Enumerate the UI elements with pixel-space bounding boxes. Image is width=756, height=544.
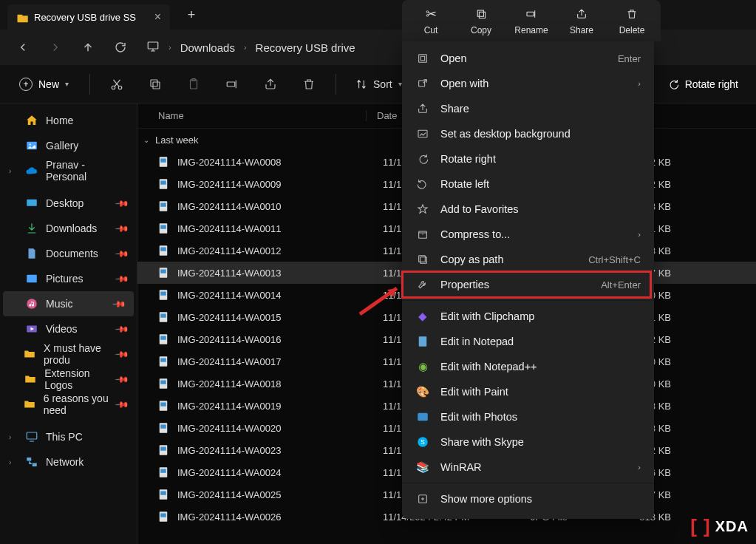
new-tab-button[interactable]: + [179,2,204,27]
ctx-copy-path[interactable]: Copy as pathCtrl+Shift+C [402,247,654,272]
forward-button[interactable] [41,33,69,61]
svg-rect-22 [160,203,166,207]
svg-text:S: S [420,439,425,446]
expand-chevron-icon[interactable]: › [9,167,18,175]
sidebar-item-onedrive[interactable]: › Pranav - Personal [0,158,137,183]
ctx-show-more[interactable]: Show more options [402,486,654,511]
chevron-right-icon: › [638,79,641,88]
cut-button[interactable] [102,69,132,99]
trash-icon [626,6,638,22]
copy-button[interactable] [140,69,170,99]
ctx-rename[interactable]: Rename [513,6,550,35]
clipchamp-icon: ◆ [415,309,430,324]
sidebar-item-home[interactable]: Home [0,108,137,133]
ctx-skype[interactable]: SShare with Skype [402,429,654,455]
sidebar-item-network[interactable]: › Network [0,449,137,475]
sidebar-item-videos[interactable]: Videos📌 [0,316,137,341]
open-icon [415,51,430,66]
image-file-icon [157,155,170,169]
ctx-notepadpp[interactable]: ◉Edit with Notepad++ [402,354,654,379]
sidebar-item-gallery[interactable]: Gallery [0,133,137,158]
chevron-right-icon: › [168,43,171,52]
ctx-cut[interactable]: ✂Cut [412,6,449,35]
ctx-add-favorites[interactable]: Add to Favorites [402,197,654,222]
ctx-delete[interactable]: Delete [613,6,650,35]
window-tab[interactable]: Recovery USB drive SS × [7,4,170,30]
file-name: IMG-20241114-WA0023 [177,445,383,456]
ctx-rotate-left[interactable]: Rotate left [402,171,654,197]
image-file-icon [157,377,170,390]
new-button[interactable]: + New ▾ [10,73,78,95]
ctx-paint[interactable]: 🎨Edit with Paint [402,379,654,404]
up-button[interactable] [74,33,102,61]
documents-icon [25,247,38,260]
photos-icon [415,409,430,424]
address-bar[interactable]: › Downloads › Recovery USB drive [146,40,355,55]
sidebar-item-desktop[interactable]: Desktop📌 [0,191,137,216]
image-file-icon [157,443,170,457]
breadcrumb-seg-downloads[interactable]: Downloads [180,41,235,54]
ctx-winrar[interactable]: 📚WinRAR› [402,455,654,480]
delete-button[interactable] [294,69,324,99]
sidebar-item-folder-xmust[interactable]: X must have produ📌 [0,341,137,367]
close-tab-icon[interactable]: × [154,10,161,24]
sidebar-item-folder-reasons[interactable]: 6 reasons you need📌 [0,392,137,417]
sort-button[interactable]: Sort ▾ [348,78,409,90]
sort-label: Sort [373,78,392,90]
ctx-clipchamp[interactable]: ◆Edit with Clipchamp [402,304,654,329]
col-name[interactable]: Name [137,110,367,121]
more-icon [415,492,430,506]
ctx-share-item[interactable]: Share [402,96,654,121]
sidebar-item-pictures[interactable]: Pictures📌 [0,266,137,291]
shortcut: Alt+Enter [601,279,641,290]
back-button[interactable] [9,33,37,61]
svg-rect-26 [160,248,166,251]
file-name: IMG-20241114-WA0024 [177,467,383,478]
expand-chevron-icon[interactable]: › [9,458,18,466]
ctx-share[interactable]: Share [563,6,600,35]
svg-rect-4 [151,80,157,86]
sidebar-item-this-pc[interactable]: › This PC [0,424,137,449]
rotate-right-button[interactable]: Rotate right [660,78,746,90]
expand-chevron-icon[interactable]: › [9,433,18,441]
sidebar-item-folder-extlogos[interactable]: Extension Logos📌 [0,367,137,392]
sidebar-item-downloads[interactable]: Downloads📌 [0,216,137,241]
breadcrumb-seg-current[interactable]: Recovery USB drive [256,41,355,54]
ctx-rotate-right[interactable]: Rotate right [402,146,654,171]
separator [89,74,90,95]
svg-rect-57 [419,256,426,262]
svg-rect-24 [160,225,166,229]
svg-rect-46 [160,469,166,473]
pin-icon: 📌 [115,271,130,287]
chevron-right-icon: › [638,463,641,472]
image-file-icon [157,333,170,346]
sidebar-item-documents[interactable]: Documents📌 [0,241,137,266]
sidebar-item-music[interactable]: Music📌 [3,291,134,316]
ctx-properties[interactable]: Properties Alt+Enter [402,272,654,297]
ctx-notepad[interactable]: Edit in Notepad [402,329,654,354]
ctx-set-background[interactable]: Set as desktop background [402,121,654,146]
chevron-right-icon: › [244,43,247,52]
plus-circle-icon: + [19,78,33,91]
ctx-open[interactable]: OpenEnter [402,46,654,71]
ctx-copy[interactable]: ⧉Copy [463,6,500,35]
ctx-open-with[interactable]: Open with› [402,71,654,96]
shortcut: Enter [618,53,641,64]
share-button[interactable] [256,69,285,99]
rename-button[interactable] [217,69,247,99]
music-icon [25,297,38,310]
chevron-right-icon: › [638,230,641,239]
tab-title: Recovery USB drive SS [34,12,136,23]
sidebar-label: Music [46,298,73,310]
refresh-button[interactable] [106,33,134,61]
sidebar-label: Network [46,456,84,468]
context-menu: ✂Cut ⧉Copy Rename Share Delete OpenEnter… [402,0,661,519]
rotate-left-icon [415,177,430,191]
file-name: IMG-20241114-WA0014 [177,290,383,301]
home-icon [25,114,38,127]
svg-rect-50 [160,514,166,517]
ctx-compress[interactable]: Compress to...› [402,222,654,247]
paste-button[interactable] [179,69,208,99]
ctx-photos[interactable]: Edit with Photos [402,404,654,429]
monitor-icon [25,430,38,443]
